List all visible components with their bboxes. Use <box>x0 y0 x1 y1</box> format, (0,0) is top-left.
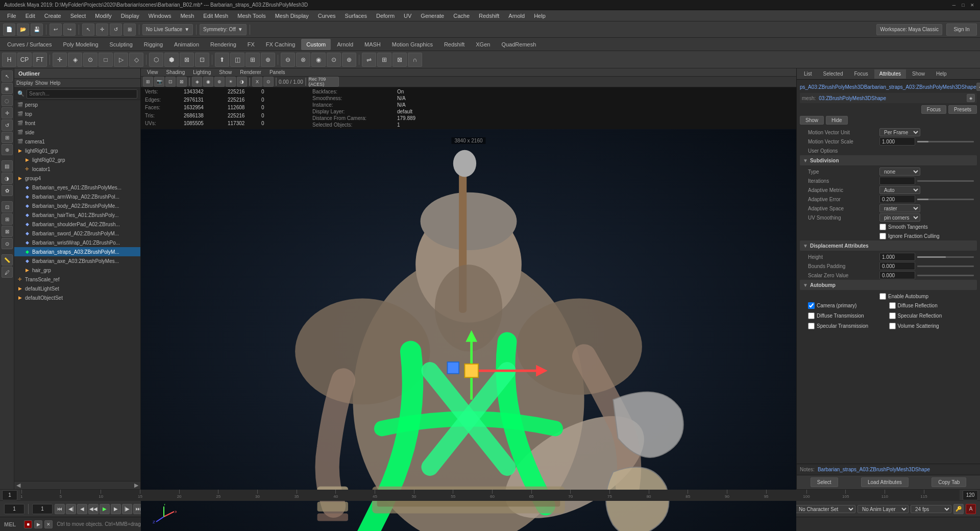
edge-mode-btn[interactable]: ⊠ <box>2 226 13 237</box>
outliner-item-21[interactable]: ▶defaultObjectSet <box>14 293 140 302</box>
rec-btn[interactable]: Rec 709 (ACES) <box>308 77 339 87</box>
menu-item-arnold[interactable]: Arnold <box>504 12 529 20</box>
open-file-btn[interactable]: 📂 <box>17 23 29 36</box>
sculpt-btn[interactable]: ✿ <box>2 185 13 196</box>
tab-motion-graphics[interactable]: Motion Graphics <box>387 39 438 50</box>
subdivision-iterations-input[interactable] <box>879 177 915 185</box>
live-surface-dropdown[interactable]: No Live Surface ▼ <box>142 24 193 35</box>
range-start-input[interactable] <box>32 504 53 514</box>
scalar-zero-slider[interactable] <box>917 275 974 276</box>
ignore-fraction-checkbox[interactable] <box>879 233 886 239</box>
diffuse-reflection-checkbox[interactable] <box>889 302 896 309</box>
height-slider[interactable] <box>917 256 974 258</box>
next-key-btn[interactable]: |▶ <box>122 504 132 514</box>
scroll-right-btn[interactable]: ▶ <box>134 482 138 489</box>
start-frame-input[interactable] <box>2 490 17 500</box>
vp-frame-btn[interactable]: ⊠ <box>177 77 187 87</box>
rp-tab-attributes[interactable]: Attributes <box>874 69 906 79</box>
shelf-cp[interactable]: CP <box>17 53 32 67</box>
vp-renderer-menu[interactable]: Renderer <box>237 68 264 76</box>
play-fwd-btn[interactable]: ▶ <box>100 504 110 514</box>
bounds-padding-input[interactable] <box>879 262 915 270</box>
bounds-padding-slider[interactable] <box>917 266 974 267</box>
outliner-item-11[interactable]: ◆Barbarian_body_A02:ZBrushPolyMe... <box>14 201 140 210</box>
shelf-combine[interactable]: ⊞ <box>377 53 391 67</box>
outliner-item-9[interactable]: ◆Barbarian_eyes_A01:ZBrushPolyMes... <box>14 183 140 192</box>
shelf-poly2[interactable]: ⬢ <box>164 53 179 67</box>
diffuse-transmission-checkbox[interactable] <box>808 312 815 319</box>
shelf-merge[interactable]: ◉ <box>311 53 326 67</box>
go-to-start-btn[interactable]: ⏮ <box>55 504 65 514</box>
shelf-snap1[interactable]: ✛ <box>53 53 67 67</box>
vp-layout-btn[interactable]: ⊞ <box>143 77 153 87</box>
specular-reflection-checkbox[interactable] <box>889 312 896 319</box>
measure-btn[interactable]: 📏 <box>2 254 13 266</box>
vp-show-menu[interactable]: Show <box>216 68 235 76</box>
presets-btn[interactable]: Presets <box>948 105 977 114</box>
menu-item-cache[interactable]: Cache <box>449 12 474 20</box>
menu-item-curves[interactable]: Curves <box>314 12 340 20</box>
adaptive-metric-dropdown[interactable]: Auto <box>879 186 920 194</box>
scale-btn[interactable]: ⊞ <box>2 132 13 143</box>
search-input[interactable] <box>27 89 137 99</box>
shelf-snap2[interactable]: ◈ <box>68 53 82 67</box>
enable-autobump-checkbox[interactable] <box>879 293 886 300</box>
camera-primary-checkbox[interactable] <box>808 302 815 309</box>
char-set-dropdown[interactable]: No Character Set <box>794 505 855 513</box>
scale-tool-btn[interactable]: ⊞ <box>124 23 136 36</box>
vp-shading-menu[interactable]: Shading <box>163 68 188 76</box>
outliner-item-15[interactable]: ◆Barbarian_wristWrap_A01:ZBrushPo... <box>14 238 140 247</box>
outliner-item-19[interactable]: ✛TransScale_ref <box>14 275 140 284</box>
maximize-button[interactable]: □ <box>960 2 967 9</box>
timeline-ruler[interactable]: 1510152025303540455055606570758085909510… <box>20 490 960 501</box>
new-file-btn[interactable]: 📄 <box>3 23 15 36</box>
tab-sculpting[interactable]: Sculpting <box>105 39 138 50</box>
rp-tab-focus[interactable]: Focus <box>849 69 873 79</box>
key-btn[interactable]: 🔑 <box>953 504 964 514</box>
shelf-ft[interactable]: FT <box>33 53 47 67</box>
outliner-item-12[interactable]: ◆Barbarian_hairTies_A01:ZBrushPoly... <box>14 210 140 220</box>
menu-item-create[interactable]: Create <box>40 12 65 20</box>
prev-shape-btn[interactable]: ◀ <box>976 83 980 91</box>
select-tool-btn[interactable]: ↖ <box>82 23 94 36</box>
shelf-snap6[interactable]: ◇ <box>129 53 143 67</box>
iterations-slider[interactable] <box>917 180 974 182</box>
adaptive-space-dropdown[interactable]: raster <box>879 204 920 212</box>
save-file-btn[interactable]: 💾 <box>31 23 43 36</box>
rp-tab-selected[interactable]: Selected <box>818 69 848 79</box>
adaptive-error-slider[interactable] <box>917 199 974 200</box>
shelf-fill[interactable]: ⊕ <box>261 53 275 67</box>
vp-light-btn[interactable]: ☀ <box>226 77 236 87</box>
vp-lighting-menu[interactable]: Lighting <box>190 68 214 76</box>
shelf-loop[interactable]: ⊖ <box>281 53 295 67</box>
end-frame-input[interactable] <box>963 490 978 500</box>
scroll-left-btn[interactable]: ◀ <box>16 482 20 489</box>
uv-smoothing-dropdown[interactable]: pin corners <box>879 213 920 222</box>
vp-smooth-btn[interactable]: ◉ <box>203 77 213 87</box>
symmetry-dropdown[interactable]: Symmetry: Off ▼ <box>200 24 247 35</box>
current-frame-input[interactable] <box>4 504 24 514</box>
shelf-poly1[interactable]: ⬡ <box>149 53 163 67</box>
outliner-item-4[interactable]: 🎬camera1 <box>14 137 140 146</box>
focus-btn[interactable]: Focus <box>921 105 946 114</box>
menu-item-generate[interactable]: Generate <box>416 12 448 20</box>
outliner-item-16[interactable]: ◆Barbarian_straps_A03:ZBrushPolyM... <box>14 247 140 256</box>
load-attributes-btn[interactable]: Load Attributes <box>861 477 909 487</box>
rotate-btn[interactable]: ↺ <box>2 119 13 131</box>
tab-redshift[interactable]: Redshift <box>439 39 470 50</box>
outliner-display-menu[interactable]: Display <box>16 80 33 86</box>
vp-isolate-btn[interactable]: ⊙ <box>263 77 274 87</box>
move-btn[interactable]: ✛ <box>2 107 13 118</box>
show-btn[interactable]: Show <box>800 116 824 125</box>
motion-vector-scale-slider[interactable] <box>917 141 974 142</box>
fps-dropdown[interactable]: 24 fps <box>911 505 951 513</box>
subdivision-section-header[interactable]: ▼ Subdivision <box>800 155 977 165</box>
motion-vector-unit-dropdown[interactable]: Per Frame <box>879 128 920 136</box>
tab-xgen[interactable]: XGen <box>471 39 495 50</box>
rec-stop-btn[interactable]: ■ <box>24 520 32 528</box>
outliner-item-1[interactable]: 🎬top <box>14 109 140 118</box>
annotation-btn[interactable]: 🖊 <box>2 267 13 278</box>
tab-fx-caching[interactable]: FX Caching <box>261 39 300 50</box>
prev-key-btn[interactable]: ◀| <box>66 504 76 514</box>
vp-grid-btn[interactable]: ⊡ <box>165 77 176 87</box>
